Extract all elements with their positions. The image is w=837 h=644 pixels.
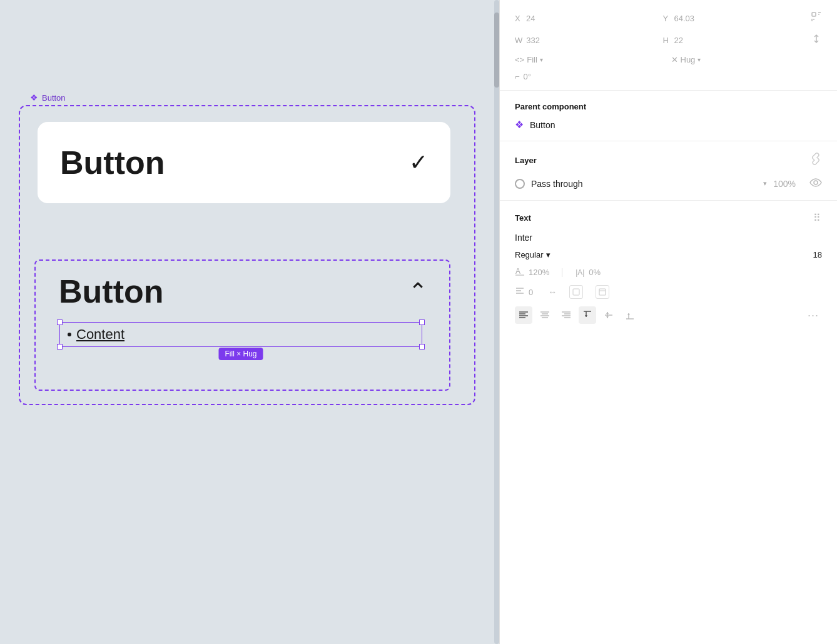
fill-field[interactable]: <> Fill ▾ xyxy=(515,55,666,64)
top-button-card[interactable]: Button ✓ xyxy=(38,122,450,203)
text-valign-bottom-button[interactable] xyxy=(621,306,639,324)
component-label-text: Button xyxy=(42,93,66,103)
layer-section-title: Layer xyxy=(515,156,537,165)
layer-row: Pass through ▾ 100% xyxy=(515,177,822,190)
line-height-group: A 120% xyxy=(515,267,549,278)
hug-label: Hug xyxy=(681,55,696,64)
font-style-dropdown-arrow[interactable]: ▾ xyxy=(546,250,550,259)
bottom-button-text: Button xyxy=(59,273,163,310)
text-header: Text ⠿ xyxy=(515,212,822,224)
svg-marker-28 xyxy=(585,315,587,317)
bullet-dot xyxy=(68,333,71,336)
svg-rect-0 xyxy=(812,13,816,16)
fill-dropdown-arrow: ▾ xyxy=(540,56,543,63)
content-selection-box[interactable]: Content Fill × Hug xyxy=(59,322,422,347)
letter-spacing-group: |A| 0% xyxy=(575,268,601,277)
fill-hug-badge: Fill × Hug xyxy=(218,348,263,360)
component-label: ❖ Button xyxy=(30,93,66,103)
handle-bottom-left xyxy=(57,344,63,350)
text-align-center-button[interactable] xyxy=(536,306,554,324)
svg-marker-35 xyxy=(627,313,630,315)
text-align-row: ··· xyxy=(515,306,822,324)
canvas: ❖ Button Button ✓ Button ⌃ Content Fill … xyxy=(0,0,499,644)
font-style-row: Regular ▾ 18 xyxy=(515,250,822,259)
fill-hug-row: <> Fill ▾ ✕ Hug ▾ xyxy=(515,55,822,64)
parent-component-row[interactable]: ❖ Button xyxy=(515,119,822,131)
paragraph-spacing-row: 0 ↔ xyxy=(515,285,822,299)
parent-component-section: Parent component ❖ Button xyxy=(500,91,837,141)
position-icon[interactable] xyxy=(811,11,822,26)
svg-point-5 xyxy=(814,181,818,184)
parent-component-icon: ❖ xyxy=(515,119,524,131)
fill-icon: <> xyxy=(515,55,524,64)
component-diamond-icon: ❖ xyxy=(30,93,38,103)
top-button-text: Button xyxy=(60,144,165,181)
svg-rect-12 xyxy=(599,289,606,295)
handle-top-right xyxy=(419,319,425,325)
canvas-scrollbar[interactable] xyxy=(494,0,499,644)
y-field[interactable]: Y 64.03 xyxy=(663,14,805,23)
paragraph-spacing-value[interactable]: 0 xyxy=(529,288,533,297)
visibility-icon[interactable] xyxy=(809,177,822,190)
layer-blend-icon xyxy=(515,179,525,189)
content-text: Content xyxy=(76,326,124,343)
text-align-left-button[interactable] xyxy=(515,306,532,324)
hug-x-icon: ✕ xyxy=(671,55,678,64)
letter-spacing-icon: |A| xyxy=(575,268,585,277)
text-valign-top-button[interactable] xyxy=(579,306,596,324)
letter-spacing-value[interactable]: 0% xyxy=(589,268,601,277)
text-metrics-row: A 120% |A| 0% xyxy=(515,267,822,278)
y-value: 64.03 xyxy=(674,14,695,23)
hug-field[interactable]: ✕ Hug ▾ xyxy=(671,55,823,64)
layer-link-icon[interactable] xyxy=(809,153,822,168)
text-section: Text ⠿ Inter Regular ▾ 18 A 120% xyxy=(500,201,837,340)
h-field[interactable]: H 22 xyxy=(663,36,805,45)
pass-through-text: Pass through xyxy=(531,179,757,189)
wh-row: W 332 H 22 xyxy=(515,33,822,48)
angle-row: ⌐ 0° xyxy=(515,72,822,81)
coords-section: X 24 Y 64.03 W 332 xyxy=(500,0,837,91)
handle-bottom-right xyxy=(419,344,425,350)
svg-text:A: A xyxy=(515,267,520,276)
handle-top-left xyxy=(57,319,63,325)
parent-section-title: Parent component xyxy=(515,102,822,111)
font-style[interactable]: Regular ▾ xyxy=(515,250,550,259)
parent-component-name: Button xyxy=(530,120,555,130)
opacity-value: 100% xyxy=(773,179,796,189)
text-more-options-button[interactable]: ··· xyxy=(804,306,822,324)
font-size[interactable]: 18 xyxy=(813,250,822,259)
svg-rect-11 xyxy=(573,289,579,295)
font-family[interactable]: Inter xyxy=(515,233,822,243)
text-valign-middle-button[interactable] xyxy=(600,306,617,324)
content-bullet-row: Content xyxy=(68,326,414,343)
angle-value: 0° xyxy=(524,72,531,81)
text-more-options-icon[interactable]: ⠿ xyxy=(813,212,822,224)
pass-through-dropdown[interactable]: ▾ xyxy=(763,179,767,188)
chevron-up-icon: ⌃ xyxy=(408,278,427,304)
y-label: Y xyxy=(663,14,671,23)
line-height-value[interactable]: 120% xyxy=(529,268,549,277)
h-label: H xyxy=(663,36,671,45)
h-value: 22 xyxy=(674,36,683,45)
text-truncate-icon[interactable] xyxy=(569,285,583,299)
layer-section: Layer Pass through ▾ 100% xyxy=(500,141,837,201)
metric-separator xyxy=(562,268,562,277)
svg-marker-32 xyxy=(606,316,609,318)
paragraph-spacing-icon xyxy=(515,287,525,298)
w-field[interactable]: W 332 xyxy=(515,36,657,45)
right-panel: X 24 Y 64.03 W 332 xyxy=(499,0,837,644)
resize-icon[interactable] xyxy=(811,33,822,48)
line-height-icon: A xyxy=(515,267,525,278)
canvas-scrollbar-thumb[interactable] xyxy=(494,13,499,88)
xy-row: X 24 Y 64.03 xyxy=(515,11,822,26)
text-align-right-button[interactable] xyxy=(557,306,575,324)
x-field[interactable]: X 24 xyxy=(515,14,657,23)
bottom-btn-header: Button ⌃ xyxy=(51,273,435,310)
text-box-icon[interactable] xyxy=(596,285,609,299)
layer-header: Layer xyxy=(515,153,822,168)
text-section-title: Text xyxy=(515,213,531,223)
fill-label: Fill xyxy=(527,55,537,64)
chevron-down-icon: ✓ xyxy=(409,149,428,176)
paragraph-spacing-group: 0 xyxy=(515,287,533,298)
hug-dropdown-arrow: ▾ xyxy=(698,56,701,63)
